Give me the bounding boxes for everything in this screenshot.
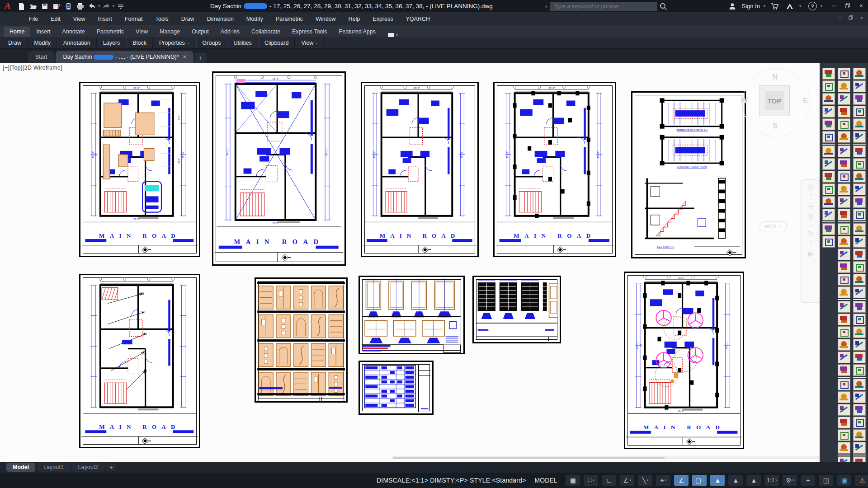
ribbon-panel-properties[interactable]: Properties⌄ xyxy=(153,37,196,48)
palette-icon[interactable] xyxy=(853,417,866,428)
ribbon-tab-view[interactable]: View xyxy=(130,27,154,37)
viewcube-east[interactable]: E xyxy=(803,96,808,105)
status-annotation-scale[interactable]: 1:1▾ xyxy=(764,475,779,486)
palette-icon[interactable] xyxy=(838,442,850,454)
layout-tab-layout2[interactable]: Layout2 xyxy=(72,463,104,472)
qat-customize-icon[interactable] xyxy=(115,1,126,11)
palette-icon[interactable] xyxy=(853,68,866,80)
palette-icon[interactable] xyxy=(838,286,850,298)
palette-icon[interactable] xyxy=(822,236,835,248)
palette-icon[interactable] xyxy=(853,379,866,390)
orbit-chevron-icon[interactable]: ▾ xyxy=(810,240,811,244)
autodesk-dropdown-icon[interactable]: ▾ xyxy=(799,4,801,8)
palette-icon[interactable] xyxy=(853,183,866,195)
drawing-plan-outline[interactable]: MAIN ROAD xyxy=(79,274,200,448)
ribbon-tab-collaborate[interactable]: Collaborate xyxy=(245,27,286,37)
viewcube[interactable]: N W E S TOP xyxy=(738,65,813,168)
palette-icon[interactable] xyxy=(853,80,866,92)
menu-help[interactable]: Help xyxy=(342,12,367,25)
drawing-schedule-table[interactable] xyxy=(359,361,434,415)
search-expand-icon[interactable]: ▸ xyxy=(546,5,547,9)
redo-dropdown-icon[interactable]: ▾ xyxy=(113,4,114,8)
menu-tools[interactable]: Tools xyxy=(149,12,175,25)
sign-in-button[interactable]: Sign In xyxy=(741,3,760,9)
status-grid-display[interactable]: ▦ xyxy=(566,475,580,486)
palette-icon[interactable] xyxy=(822,106,835,117)
palette-icon[interactable] xyxy=(838,106,850,117)
zoom-chevron-icon[interactable]: ▾ xyxy=(810,224,811,227)
menu-window[interactable]: Window xyxy=(309,12,342,25)
status-annotation-visibility[interactable]: ▲ xyxy=(710,475,725,486)
palette-icon[interactable] xyxy=(853,429,866,441)
palette-icon[interactable] xyxy=(822,118,835,130)
palette-icon[interactable] xyxy=(838,352,850,363)
autocad-logo-icon[interactable]: A xyxy=(0,0,15,12)
palette-icon[interactable] xyxy=(853,261,866,273)
menu-view[interactable]: View xyxy=(67,12,92,25)
palette-icon[interactable] xyxy=(853,286,866,298)
drawing-window-elevations-dark[interactable] xyxy=(472,276,561,343)
palette-icon[interactable] xyxy=(853,209,866,221)
palette-icon[interactable] xyxy=(853,301,866,313)
doc-close-button[interactable]: × xyxy=(856,13,867,22)
menu-dimension[interactable]: Dimension xyxy=(201,12,240,25)
ribbon-panel-groups[interactable]: Groups xyxy=(196,37,227,48)
status-annotation-autoscale[interactable]: ▲ xyxy=(728,475,743,486)
status-workspace-switching[interactable]: ⚙▾ xyxy=(783,475,797,486)
layout-tab-layout1[interactable]: Layout1 xyxy=(37,463,70,472)
viewcube-north[interactable]: N xyxy=(772,73,778,82)
palette-icon[interactable] xyxy=(838,391,850,403)
palette-icon[interactable] xyxy=(838,196,850,208)
palette-icon[interactable] xyxy=(838,364,850,376)
viewport-controls[interactable]: [−][Top][2D Wireframe] xyxy=(3,65,62,71)
ribbon-panel-layers[interactable]: Layers xyxy=(97,37,127,48)
palette-icon[interactable] xyxy=(838,326,850,338)
palette-icon[interactable] xyxy=(822,131,835,143)
orbit-icon[interactable]: ↻ xyxy=(807,230,814,238)
palette-icon[interactable] xyxy=(838,417,850,428)
ribbon-tab-insert[interactable]: Insert xyxy=(30,27,56,37)
new-layout-button[interactable]: + xyxy=(106,463,116,471)
redo-icon[interactable] xyxy=(101,1,112,11)
ribbon-panel-clipboard[interactable]: Clipboard xyxy=(258,37,295,48)
palette-icon[interactable] xyxy=(838,131,850,143)
drawing-door-designs[interactable] xyxy=(255,277,348,403)
palette-icon[interactable] xyxy=(838,429,850,441)
palette-icon[interactable] xyxy=(838,314,850,325)
palette-icon[interactable] xyxy=(838,93,850,105)
status-object-snap-tracking[interactable]: ⌖▾ xyxy=(656,475,670,486)
viewcube-top-face[interactable]: TOP xyxy=(759,85,790,116)
ribbon-tab-add-ins[interactable]: Add-ins xyxy=(215,27,245,37)
palette-grip[interactable]: :::::: xyxy=(852,63,867,67)
drawing-plan-large[interactable]: 26'-3"26'-3"45'-11"45'-11"MAIN ROAD xyxy=(212,71,346,266)
file-tab-active[interactable]: Day Sachin - ..., - (LIVE PLANNING)* × xyxy=(56,51,193,63)
palette-icon[interactable] xyxy=(822,158,835,170)
palette-icon[interactable] xyxy=(853,131,866,143)
status-selection-cycling[interactable]: ▢▾ xyxy=(692,475,707,486)
menu-parametric[interactable]: Parametric xyxy=(269,12,309,25)
palette-icon[interactable] xyxy=(853,171,866,183)
app-store-cart-icon[interactable] xyxy=(769,1,780,11)
ribbon-tab-parametric[interactable]: Parametric xyxy=(91,27,130,37)
status-isolate-objects[interactable]: ◫ xyxy=(819,475,833,486)
palette-icon[interactable] xyxy=(838,145,850,157)
palette-icon[interactable] xyxy=(853,339,866,351)
drawing-plan-electrical[interactable]: 26'-3"26'-3"45'-11"32'45'-11"MAIN ROAD xyxy=(624,272,744,449)
ribbon-display-toggle[interactable]: ▾ xyxy=(388,33,398,37)
navigation-wheel-icon[interactable]: ◎ xyxy=(807,183,814,191)
drawing-plan-furnished[interactable]: 26'-3"26'-3"45'-11"32'45'-11"5'-9"23'-6"… xyxy=(79,82,200,257)
autodesk-logo-icon[interactable] xyxy=(784,1,795,11)
save-icon[interactable] xyxy=(39,1,50,11)
viewcube-south[interactable]: S xyxy=(773,122,778,131)
ribbon-tab-featured-apps[interactable]: Featured Apps xyxy=(333,27,382,37)
sign-in-dropdown-icon[interactable]: ▾ xyxy=(764,4,765,8)
status-snap-mode[interactable]: ∷▾ xyxy=(584,475,598,486)
drawing-sections[interactable]: TERRACE FLOOR PLANGROUND FLOOR PLANSECTI… xyxy=(631,91,746,258)
palette-icon[interactable] xyxy=(853,118,866,130)
palette-grip[interactable]: :::::: xyxy=(837,63,851,67)
wcs-dropdown[interactable]: WCS▽ xyxy=(760,221,787,231)
ribbon-tab-output[interactable]: Output xyxy=(186,27,215,37)
status-isometric-drafting[interactable]: ╲▾ xyxy=(638,475,652,486)
ribbon-panel-draw[interactable]: Draw xyxy=(2,37,28,48)
ribbon-panel-utilities[interactable]: Utilities xyxy=(227,37,258,48)
